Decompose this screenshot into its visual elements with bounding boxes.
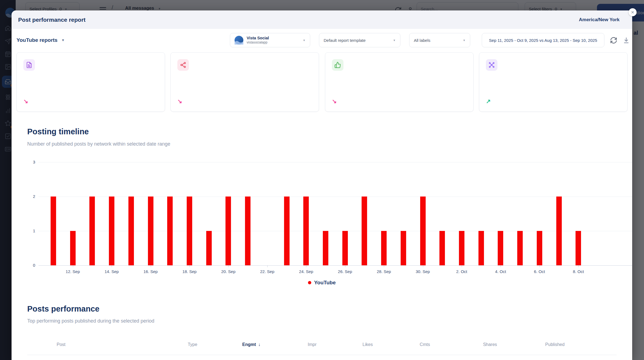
x-axis-tick [151,265,151,267]
bar[interactable] [70,231,76,265]
bar[interactable] [206,231,212,265]
bar[interactable] [401,231,406,265]
bar[interactable] [478,231,484,265]
bar[interactable] [362,197,367,265]
metric-icon-tile [486,59,497,71]
modal-title: Post performance report [18,17,86,23]
x-axis-line [38,265,632,266]
youtube-legend-dot-icon [308,281,311,284]
column-header-likes[interactable]: Likes [362,342,373,347]
bar[interactable] [167,197,173,265]
x-axis-tick [73,265,73,267]
bar[interactable] [576,231,581,265]
x-axis-tick [462,265,462,267]
profile-selector[interactable]: Vista Social vistasocialapp ▼ [230,33,310,47]
chart-legend[interactable]: YouTube [12,280,632,286]
chevron-down-icon: ▼ [61,38,65,42]
x-axis-label: 8. Oct [573,269,584,274]
bar[interactable] [109,197,114,265]
x-axis-tick [423,265,423,267]
bar[interactable] [381,231,387,265]
column-header-impr[interactable]: Impr [308,342,317,347]
column-header-type[interactable]: Type [188,342,197,347]
x-axis-tick [384,265,384,267]
document-icon [26,62,32,68]
download-icon[interactable] [623,37,630,44]
x-axis-label: 18. Sep [182,269,197,274]
bar[interactable] [148,197,153,265]
labels-filter-dropdown[interactable]: All labels ▼ [409,33,470,47]
column-header-post[interactable]: Post [57,342,65,347]
x-axis-tick [306,265,306,267]
bar[interactable] [459,231,464,265]
profile-name: Vista Social [247,36,269,40]
posts-performance-subtitle: Top performing posts published during th… [27,318,154,324]
x-axis-tick [578,265,579,267]
sort-descending-arrow-icon: ↓ [258,342,260,347]
x-axis-tick [540,265,540,267]
x-axis-label: 30. Sep [416,269,430,274]
bar[interactable] [517,231,523,265]
youtube-legend-label: YouTube [314,280,335,286]
posting-timeline-title: Posting timeline [27,127,89,136]
timezone-label[interactable]: America/New York [579,17,620,23]
metric-icon-tile [332,59,343,71]
x-axis-tick [267,265,268,267]
bar[interactable] [284,197,290,265]
y-axis-label: 1 [24,228,35,233]
bar[interactable] [323,231,328,265]
refresh-icon[interactable] [610,37,617,44]
report-type-dropdown[interactable]: YouTube reports ▼ [16,33,65,47]
report-template-label: Default report template [324,38,366,43]
thumbs-up-icon [334,62,341,68]
y-axis-label: 3 [24,160,35,164]
labels-filter-label: All labels [414,38,430,43]
bar[interactable] [420,197,426,265]
bar[interactable] [342,231,348,265]
bar[interactable] [128,197,134,265]
modal-header: Post performance report America/New York [12,10,632,29]
bar[interactable] [303,197,309,265]
x-axis-label: 2. Oct [456,269,467,274]
metric-card-engagement: ↘ [325,52,474,112]
x-axis-label: 12. Sep [66,269,80,274]
x-axis-tick [189,265,190,267]
chevron-down-icon: ▼ [393,39,396,42]
trend-down-arrow-icon: ↘ [177,98,182,104]
y-axis-label: 2 [24,194,35,199]
column-header-engmt[interactable]: Engmt ↓ [242,342,260,347]
metric-card-posts: ↘ [16,52,165,112]
x-axis-tick [500,265,501,267]
x-axis-label: 24. Sep [299,269,313,274]
trend-up-arrow-icon: ↗ [486,98,491,104]
column-header-published[interactable]: Published [545,342,565,347]
profile-avatar [235,36,243,45]
column-header-cmts[interactable]: Cmts [420,342,430,347]
network-icon [488,62,495,68]
report-template-dropdown[interactable]: Default report template ▼ [319,33,400,47]
close-icon: ✕ [631,10,634,15]
date-range-picker[interactable]: Sep 11, 2025 - Oct 9, 2025 vs Aug 13, 20… [482,33,604,47]
date-range-label: Sep 11, 2025 - Oct 9, 2025 vs Aug 13, 20… [489,38,597,43]
bar[interactable] [556,197,562,265]
x-axis-label: 22. Sep [260,269,274,274]
metric-card-impressions: ↘ [170,52,319,112]
bar[interactable] [537,231,542,265]
bar[interactable] [187,197,192,265]
post-performance-modal: Post performance report America/New York… [12,10,632,360]
bar[interactable] [498,231,503,265]
x-axis-label: 28. Sep [377,269,391,274]
x-axis-label: 26. Sep [338,269,352,274]
metric-card-engagement-rate: ↗ [479,52,628,112]
x-axis-label: 16. Sep [144,269,158,274]
bar[interactable] [51,197,56,265]
close-button[interactable]: ✕ [629,8,637,16]
x-axis-label: 20. Sep [221,269,236,274]
bar[interactable] [89,197,95,265]
trend-down-arrow-icon: ↘ [332,98,337,104]
bar[interactable] [439,231,445,265]
metric-icon-tile [177,59,189,71]
bar[interactable] [245,197,251,265]
column-header-shares[interactable]: Shares [483,342,497,347]
bar[interactable] [225,197,231,265]
